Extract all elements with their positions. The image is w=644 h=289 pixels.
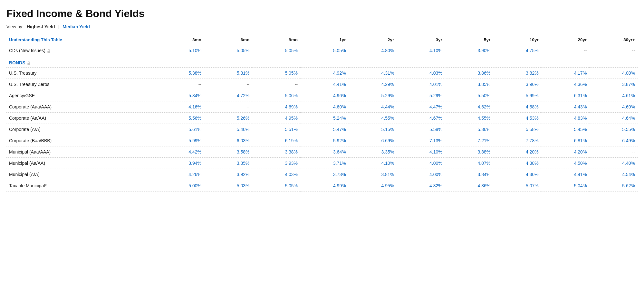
col-header-30yr: 30yr+ — [589, 34, 638, 45]
row-value — [300, 56, 349, 68]
table-row: BONDS — [6, 56, 638, 68]
row-value: 4.16% — [156, 101, 204, 113]
row-value: -- — [589, 45, 638, 56]
row-value — [541, 56, 590, 68]
view-option-median[interactable]: Median Yield — [62, 24, 90, 29]
row-value: 3.84% — [445, 169, 493, 180]
row-value: 3.38% — [252, 146, 301, 158]
row-value: 4.86% — [445, 180, 493, 191]
row-value: 3.82% — [493, 68, 541, 79]
row-value: 4.01% — [397, 79, 445, 90]
row-value: 4.29% — [349, 79, 397, 90]
row-name: U.S. Treasury — [6, 68, 156, 79]
yields-table: Understanding This Table 3mo 6mo 9mo 1yr… — [6, 34, 638, 191]
row-value: 3.87% — [589, 79, 638, 90]
row-value: 5.10% — [156, 45, 204, 56]
lock-icon — [27, 61, 31, 65]
row-value: 7.13% — [397, 135, 445, 146]
row-value: 4.43% — [541, 101, 590, 113]
row-value: 4.95% — [349, 180, 397, 191]
row-value: 3.35% — [349, 146, 397, 158]
row-value: 3.88% — [445, 146, 493, 158]
row-value: 4.38% — [493, 158, 541, 169]
table-row: Municipal (Aa/AA)3.94%3.85%3.93%3.71%4.1… — [6, 158, 638, 169]
row-name: Corporate (Aaa/AAA) — [6, 101, 156, 113]
page-title: Fixed Income & Bond Yields — [6, 8, 638, 20]
row-value: 3.86% — [445, 68, 493, 79]
row-value: 4.07% — [445, 158, 493, 169]
row-value: 4.00% — [397, 169, 445, 180]
row-value: 4.95% — [252, 113, 301, 124]
row-value: 4.60% — [300, 101, 349, 113]
row-value: 6.03% — [204, 135, 252, 146]
row-value: 6.19% — [252, 135, 301, 146]
row-value: 5.58% — [493, 124, 541, 135]
row-value: 4.26% — [156, 169, 204, 180]
table-header-row: Understanding This Table 3mo 6mo 9mo 1yr… — [6, 34, 638, 45]
row-value: 4.55% — [445, 113, 493, 124]
row-value — [204, 56, 252, 68]
table-row: Corporate (Aaa/AAA)4.16%--4.69%4.60%4.44… — [6, 101, 638, 113]
row-value: 4.67% — [397, 113, 445, 124]
row-value: 5.99% — [156, 135, 204, 146]
col-header-1yr: 1yr — [300, 34, 349, 45]
col-header-9mo: 9mo — [252, 34, 301, 45]
row-value: 3.92% — [204, 169, 252, 180]
row-value: 4.41% — [541, 169, 590, 180]
row-value: 3.94% — [156, 158, 204, 169]
row-value: 3.85% — [445, 79, 493, 90]
row-value: 4.50% — [541, 158, 590, 169]
row-value: 6.49% — [589, 135, 638, 146]
row-value: 5.92% — [300, 135, 349, 146]
row-value: 5.15% — [349, 124, 397, 135]
row-value: 5.05% — [252, 45, 301, 56]
row-value: 4.53% — [493, 113, 541, 124]
table-row: CDs (New Issues)5.10%5.05%5.05%5.05%4.80… — [6, 45, 638, 56]
row-value: 7.21% — [445, 135, 493, 146]
row-value: 4.99% — [300, 180, 349, 191]
row-name: U.S. Treasury Zeros — [6, 79, 156, 90]
table-row: U.S. Treasury5.38%5.31%5.05%4.92%4.31%4.… — [6, 68, 638, 79]
row-value: 4.55% — [349, 113, 397, 124]
row-value: 5.26% — [204, 113, 252, 124]
row-value: 4.54% — [589, 169, 638, 180]
row-value: 5.24% — [300, 113, 349, 124]
row-value: 4.36% — [541, 79, 590, 90]
row-value: 3.81% — [349, 169, 397, 180]
row-value: 5.07% — [493, 180, 541, 191]
row-value: 4.96% — [300, 90, 349, 101]
row-value: 5.55% — [589, 124, 638, 135]
row-value: 4.60% — [589, 101, 638, 113]
row-value: 3.71% — [300, 158, 349, 169]
row-value: 6.31% — [541, 90, 590, 101]
row-value: -- — [204, 101, 252, 113]
view-option-highest[interactable]: Highest Yield — [27, 24, 55, 29]
row-value: 5.03% — [204, 180, 252, 191]
row-value: -- — [589, 146, 638, 158]
row-value: 4.20% — [541, 146, 590, 158]
row-value: 4.83% — [541, 113, 590, 124]
row-value: 4.69% — [252, 101, 301, 113]
row-value: 4.10% — [397, 45, 445, 56]
row-value: 4.42% — [156, 146, 204, 158]
row-value: 4.03% — [397, 68, 445, 79]
row-value: 5.62% — [589, 180, 638, 191]
row-value: 4.40% — [589, 158, 638, 169]
row-value: 4.61% — [589, 90, 638, 101]
row-name: Corporate (Baa/BBB) — [6, 135, 156, 146]
row-value — [156, 56, 204, 68]
view-by-bar: View by: Highest Yield | Median Yield — [6, 24, 638, 29]
table-row: Corporate (Baa/BBB)5.99%6.03%6.19%5.92%6… — [6, 135, 638, 146]
row-value: 5.04% — [541, 180, 590, 191]
row-name: Corporate (Aa/AA) — [6, 113, 156, 124]
row-name: BONDS — [6, 56, 156, 68]
row-value: 6.69% — [349, 135, 397, 146]
col-header-name[interactable]: Understanding This Table — [6, 34, 156, 45]
row-value: 5.36% — [445, 124, 493, 135]
row-value: 4.10% — [397, 146, 445, 158]
col-header-5yr: 5yr — [445, 34, 493, 45]
row-value: 3.93% — [252, 158, 301, 169]
row-name: Municipal (Aa/AA) — [6, 158, 156, 169]
row-value: 4.47% — [397, 101, 445, 113]
row-value: -- — [204, 79, 252, 90]
